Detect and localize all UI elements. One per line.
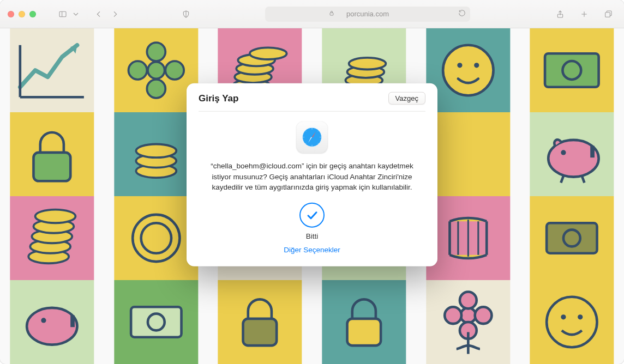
safari-app-icon bbox=[296, 122, 328, 153]
svg-point-15 bbox=[147, 80, 165, 98]
sidebar-toggle-button[interactable] bbox=[55, 7, 71, 21]
bg-tile bbox=[520, 280, 624, 364]
svg-rect-37 bbox=[33, 153, 70, 181]
svg-point-14 bbox=[147, 43, 165, 61]
bg-tile bbox=[312, 280, 416, 364]
success-checkmark-icon bbox=[299, 202, 325, 227]
bg-tile bbox=[0, 28, 104, 112]
svg-rect-34 bbox=[545, 53, 599, 87]
svg-point-68 bbox=[27, 308, 77, 345]
tab-group-menu-button[interactable] bbox=[71, 7, 81, 21]
svg-rect-7 bbox=[605, 12, 610, 17]
svg-point-86 bbox=[547, 297, 597, 347]
svg-rect-70 bbox=[70, 316, 75, 327]
svg-rect-48 bbox=[591, 146, 595, 158]
toolbar-right bbox=[552, 7, 616, 21]
sidebar-controls bbox=[55, 7, 81, 21]
svg-point-31 bbox=[457, 63, 462, 68]
address-bar[interactable]: porcunia.com bbox=[265, 7, 470, 22]
svg-point-32 bbox=[474, 63, 479, 68]
address-bar-text: porcunia.com bbox=[346, 10, 389, 18]
dialog-header: Giriş Yap Vazgeç bbox=[199, 92, 425, 112]
svg-point-28 bbox=[349, 58, 386, 70]
other-options-link[interactable]: Diğer Seçenekler bbox=[284, 245, 340, 253]
svg-point-56 bbox=[133, 215, 179, 262]
lock-icon bbox=[328, 10, 335, 18]
forward-button[interactable] bbox=[107, 7, 123, 21]
svg-rect-0 bbox=[59, 11, 66, 16]
bg-tile bbox=[0, 196, 104, 280]
passkey-dialog: Giriş Yap Vazgeç “chella_boe bbox=[187, 83, 437, 266]
done-label: Bitti bbox=[199, 232, 425, 240]
svg-point-13 bbox=[148, 62, 165, 79]
svg-point-83 bbox=[475, 307, 491, 324]
svg-rect-44 bbox=[426, 112, 510, 196]
bg-tile bbox=[520, 112, 624, 196]
svg-point-80 bbox=[460, 292, 477, 309]
svg-rect-65 bbox=[547, 223, 597, 253]
bg-tile bbox=[520, 28, 624, 112]
svg-rect-75 bbox=[243, 319, 277, 345]
svg-point-79 bbox=[460, 308, 476, 323]
svg-point-41 bbox=[136, 144, 176, 158]
svg-point-23 bbox=[250, 47, 287, 59]
svg-point-30 bbox=[443, 45, 493, 95]
fullscreen-window-button[interactable] bbox=[29, 11, 36, 17]
browser-window: porcunia.com bbox=[0, 0, 624, 364]
svg-rect-3 bbox=[330, 13, 333, 16]
svg-point-87 bbox=[561, 314, 566, 319]
bg-tile bbox=[0, 112, 104, 196]
bg-tile bbox=[416, 280, 520, 364]
cancel-button[interactable]: Vazgeç bbox=[388, 92, 425, 105]
svg-point-69 bbox=[41, 318, 46, 323]
tab-overview-button[interactable] bbox=[600, 7, 616, 21]
share-button[interactable] bbox=[552, 7, 568, 21]
toolbar: porcunia.com bbox=[0, 0, 624, 28]
bg-tile bbox=[208, 280, 312, 364]
minimize-window-button[interactable] bbox=[19, 11, 25, 17]
svg-point-54 bbox=[35, 210, 76, 223]
window-controls bbox=[8, 11, 36, 17]
svg-point-46 bbox=[549, 140, 599, 177]
dialog-title: Giriş Yap bbox=[199, 93, 238, 104]
svg-point-16 bbox=[128, 61, 147, 80]
bg-tile bbox=[520, 196, 624, 280]
bg-tile bbox=[104, 280, 208, 364]
nav-controls bbox=[91, 7, 123, 21]
back-button[interactable] bbox=[91, 7, 107, 21]
privacy-report-button[interactable] bbox=[178, 7, 194, 21]
reload-button[interactable] bbox=[458, 9, 466, 19]
svg-point-17 bbox=[165, 61, 184, 80]
svg-point-88 bbox=[578, 314, 583, 319]
svg-rect-77 bbox=[347, 319, 381, 345]
new-tab-button[interactable] bbox=[576, 7, 592, 21]
close-window-button[interactable] bbox=[8, 11, 14, 17]
dialog-message: “chella_boehm@icloud.com” için bir geçiş… bbox=[203, 161, 421, 193]
svg-point-47 bbox=[561, 150, 566, 155]
bg-tile bbox=[0, 280, 104, 364]
dialog-body: “chella_boehm@icloud.com” için bir geçiş… bbox=[199, 122, 425, 254]
svg-rect-72 bbox=[131, 307, 181, 337]
svg-point-82 bbox=[445, 307, 461, 324]
